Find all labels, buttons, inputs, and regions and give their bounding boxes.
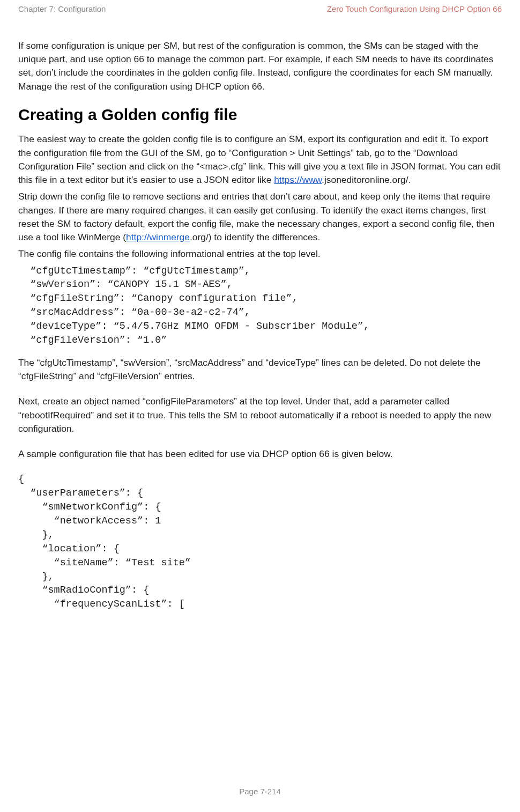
paragraph-4: The “cfgUtcTimestamp”, “swVersion”, “src…: [18, 356, 502, 383]
paragraph-1-text-b: .jsoneditoronline.org/.: [322, 174, 411, 185]
intro-paragraph: If some configuration is unique per SM, …: [18, 39, 502, 93]
header-left: Chapter 7: Configuration: [18, 4, 106, 13]
header-right: Zero Touch Configuration Using DHCP Opti…: [327, 4, 502, 13]
page-header: Chapter 7: Configuration Zero Touch Conf…: [18, 0, 502, 13]
paragraph-2: Strip down the config file to remove sec…: [18, 190, 502, 244]
paragraph-5: Next, create an object named “configFile…: [18, 395, 502, 435]
section-title: Creating a Golden config file: [18, 103, 502, 127]
paragraph-2-text-b: .org/) to identify the differences.: [190, 232, 320, 242]
page-footer: Page 7-214: [0, 787, 520, 796]
json-editor-link[interactable]: https://www: [274, 174, 322, 185]
paragraph-3: The config file contains the following i…: [18, 247, 502, 261]
code-block-2: { “userParameters”: { “smNetworkConfig”:…: [18, 473, 502, 611]
paragraph-1-text-a: The easiest way to create the golden con…: [18, 134, 501, 185]
winmerge-link[interactable]: http://winmerge: [126, 232, 190, 242]
page-content: If some configuration is unique per SM, …: [18, 39, 502, 611]
code-block-1: “cfgUtcTimestamp”: “cfgUtcTimestamp”, “s…: [18, 264, 502, 348]
paragraph-1: The easiest way to create the golden con…: [18, 132, 502, 187]
paragraph-6: A sample configuration file that has bee…: [18, 447, 502, 461]
